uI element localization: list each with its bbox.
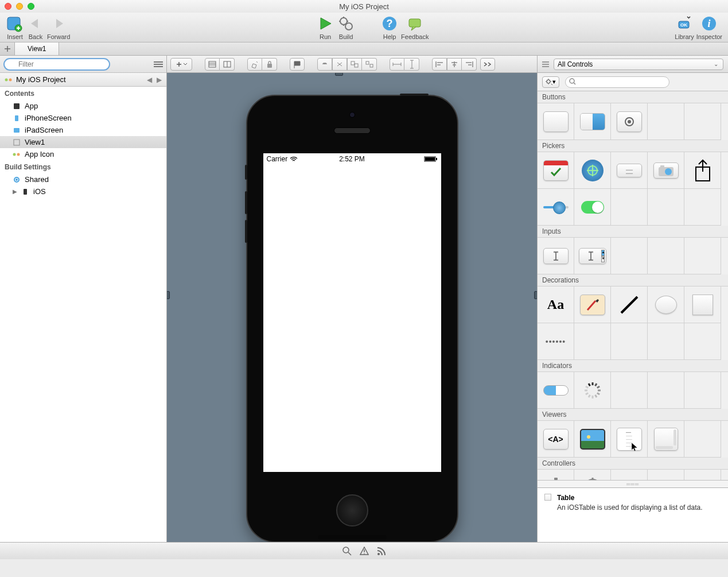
control-imageviewer[interactable]	[574, 421, 611, 458]
control-slider[interactable]	[538, 189, 574, 226]
control-share[interactable]	[684, 152, 721, 189]
tree-item-iphonescreen[interactable]: iPhoneScreen	[0, 112, 166, 124]
tree-item-shared[interactable]: Shared	[0, 173, 166, 185]
ruler-knob-left[interactable]	[167, 291, 170, 299]
help-button[interactable]: ? Help	[380, 14, 399, 40]
svg-rect-17	[14, 140, 20, 145]
control-datepicker[interactable]	[538, 152, 574, 189]
filter-input[interactable]	[3, 58, 110, 71]
control-rectangle[interactable]	[684, 286, 721, 323]
control-segmented[interactable]	[574, 103, 611, 140]
svg-rect-15	[15, 115, 18, 121]
control-switch[interactable]	[574, 189, 611, 226]
add-tab-button[interactable]	[0, 42, 15, 55]
forward-button[interactable]: Forward	[47, 14, 70, 40]
control-toolbutton[interactable]	[611, 103, 648, 140]
tree-item-view1[interactable]: View1	[0, 136, 166, 148]
phone-camera-icon	[349, 112, 355, 118]
lib-section-pickers: Pickers	[538, 140, 728, 152]
library-filter-select[interactable]: All Controls	[554, 59, 723, 70]
control-thread[interactable]	[574, 470, 611, 480]
svg-point-19	[17, 153, 20, 156]
control-oval[interactable]	[648, 286, 684, 323]
height-button[interactable]	[404, 58, 419, 71]
tab-view1[interactable]: View1	[15, 42, 59, 55]
footer-rss-icon[interactable]	[377, 547, 386, 556]
svg-point-21	[15, 179, 18, 181]
align-center-button[interactable]	[447, 58, 462, 71]
feedback-button[interactable]: Feedback	[401, 14, 429, 40]
svg-rect-27	[355, 64, 358, 67]
footer-warning-icon[interactable]	[360, 547, 369, 556]
footer-search-icon[interactable]	[342, 547, 352, 556]
layout-grid-button[interactable]	[220, 58, 235, 71]
unlink-button[interactable]	[332, 58, 347, 71]
control-camera[interactable]	[648, 152, 684, 189]
nav-forward-icon[interactable]: ▶	[157, 76, 162, 84]
library-gear-button[interactable]: ▾	[542, 76, 559, 88]
control-htmlviewer[interactable]: <A>	[538, 421, 574, 458]
control-textarea[interactable]: ▲▼	[574, 238, 611, 274]
detail-panel: Table An iOSTable is used for displaying…	[538, 487, 728, 542]
control-progressbar[interactable]	[538, 372, 574, 409]
panel-handle-icon[interactable]	[542, 61, 549, 67]
control-picker[interactable]: ━━━━━━━━	[611, 152, 648, 189]
add-control-button[interactable]	[170, 58, 192, 71]
control-separator[interactable]: ••••••	[538, 323, 574, 360]
layout-list-button[interactable]	[205, 58, 220, 71]
tree-item-appicon[interactable]: App Icon	[0, 148, 166, 160]
lock-button[interactable]	[262, 58, 277, 71]
view-mode-icon[interactable]	[154, 61, 163, 67]
tree-item-ios[interactable]: ▶ iOS	[0, 185, 166, 198]
buildsettings-header: Build Settings	[0, 160, 166, 173]
align-right-button[interactable]	[462, 58, 477, 71]
lib-section-decorations: Decorations	[538, 274, 728, 286]
link-button[interactable]	[317, 58, 332, 71]
svg-point-39	[665, 168, 672, 175]
control-label[interactable]: Aa	[538, 286, 574, 323]
inspector-button[interactable]: i Inspector	[696, 14, 722, 40]
more-button[interactable]	[480, 58, 495, 71]
control-timer[interactable]	[538, 470, 574, 480]
svg-point-18	[13, 153, 16, 156]
detail-title: Table	[557, 494, 702, 502]
edit-button[interactable]	[247, 58, 262, 71]
detail-drag-handle[interactable]: ═══	[538, 480, 728, 487]
canvas-horizontal-scrollbar[interactable]	[318, 535, 387, 540]
control-button[interactable]	[538, 103, 574, 140]
ruler-knob-right[interactable]	[534, 291, 537, 299]
main-toolbar: Insert Back Forward Run Build ? Help Fee…	[0, 13, 728, 42]
control-table[interactable]: ━━━────────────	[611, 421, 648, 458]
phone-home-button	[336, 494, 368, 526]
control-line[interactable]	[611, 286, 648, 323]
disclosure-icon[interactable]: ▶	[13, 188, 17, 195]
insert-button[interactable]: Insert	[6, 14, 24, 40]
control-textfield[interactable]	[538, 238, 574, 274]
tree-item-app[interactable]: App	[0, 100, 166, 112]
run-button[interactable]: Run	[316, 14, 334, 40]
project-name[interactable]: My iOS Project	[16, 75, 66, 84]
back-button[interactable]: Back	[26, 14, 45, 40]
width-button[interactable]	[390, 58, 404, 71]
svg-rect-14	[14, 103, 20, 109]
tab-bar: View1	[0, 42, 728, 56]
nav-back-icon[interactable]: ◀	[147, 76, 152, 84]
library-search-input[interactable]	[565, 76, 669, 88]
build-button[interactable]: Build	[337, 14, 355, 40]
ruler-knob-top[interactable]	[335, 73, 343, 76]
svg-rect-6	[409, 19, 421, 27]
library-button[interactable]: OK Library	[675, 14, 694, 40]
align-left-button[interactable]	[432, 58, 447, 71]
phone-screen[interactable]: Carrier 2:52 PM	[263, 153, 441, 472]
group-button[interactable]	[347, 58, 362, 71]
control-scrollview[interactable]	[648, 421, 684, 458]
control-location[interactable]	[574, 152, 611, 189]
canvas-area[interactable]: Carrier 2:52 PM	[167, 73, 537, 542]
ungroup-button[interactable]	[362, 58, 377, 71]
flag-button[interactable]	[290, 58, 305, 71]
control-canvas[interactable]	[574, 286, 611, 323]
svg-text:OK: OK	[680, 22, 687, 28]
tree-item-ipadscreen[interactable]: iPadScreen	[0, 124, 166, 136]
control-progresswheel[interactable]	[574, 372, 611, 409]
svg-rect-29	[370, 64, 373, 67]
